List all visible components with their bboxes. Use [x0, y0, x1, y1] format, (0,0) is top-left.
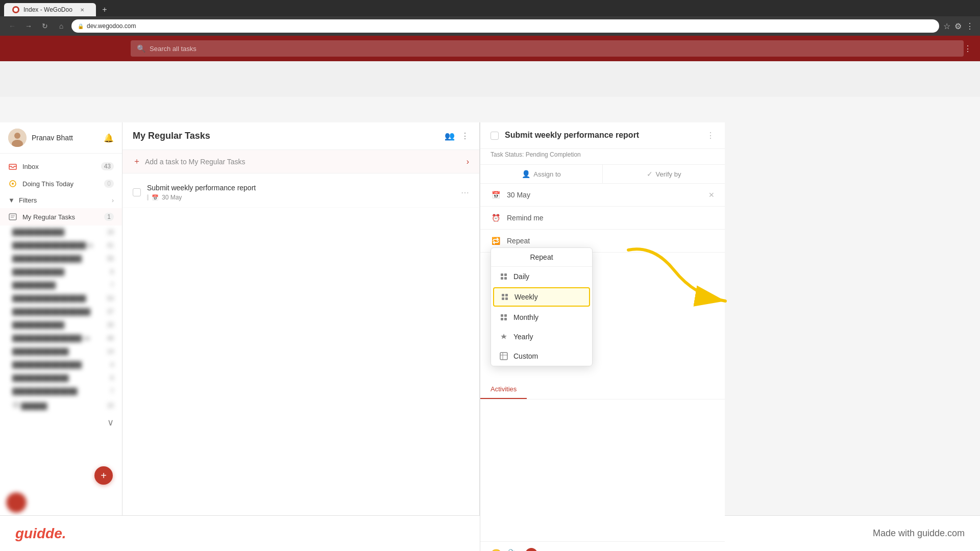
new-tab-button[interactable]: + [98, 3, 111, 16]
user-name: Pranav Bhatt [32, 134, 73, 142]
share-icon[interactable]: 👥 [445, 131, 455, 141]
sidebar-item-inbox[interactable]: Inbox 43 [0, 158, 122, 175]
sidebar-nav: Inbox 43 Doing This Today 0 ▼ Filters › … [0, 154, 122, 436]
doing-today-label: Doing This Today [22, 180, 99, 188]
svg-point-0 [14, 8, 18, 12]
repeat-option-monthly[interactable]: Monthly [491, 308, 592, 327]
calendar-icon: 📅 [152, 194, 159, 201]
svg-point-2 [14, 133, 20, 139]
task-title: Submit weekly performance report [147, 184, 461, 192]
sidebar-section-filters[interactable]: ▼ Filters › [0, 192, 122, 208]
task-meta: 📅 30 May [147, 194, 461, 201]
task-status-label: Task Status: Pending Completion [491, 151, 581, 158]
task-list: Submit weekly performance report 📅 30 Ma… [122, 173, 479, 551]
attachment-icon[interactable]: 📎 [508, 548, 519, 551]
sidebar: Pranav Bhatt 🔔 Inbox 43 Doing This Today… [0, 122, 122, 551]
browser-toolbar: ← → ↻ ⌂ 🔒 dev.wegodoo.com ☆ ⚙ ⋮ [0, 16, 980, 36]
search-bar[interactable]: 🔍 Search all tasks [131, 40, 964, 57]
svg-rect-7 [9, 214, 16, 220]
detail-header: Submit weekly performance report ⋮ [480, 122, 725, 149]
doing-today-icon [8, 179, 17, 188]
lock-icon: 🔒 [78, 23, 84, 29]
forward-button[interactable]: → [22, 20, 35, 32]
assign-icon: 👤 [522, 170, 530, 178]
svg-rect-14 [501, 277, 503, 280]
yearly-icon [499, 332, 508, 341]
date-field-label: 30 May [507, 191, 708, 199]
active-tab[interactable]: Index - WeGoDoo ✕ [4, 3, 96, 16]
my-regular-tasks-label: My Regular Tasks [22, 213, 99, 221]
task-more-icon[interactable]: ⋯ [461, 188, 469, 197]
repeat-option-daily[interactable]: Daily [491, 267, 592, 286]
list-item: █████████████ 14 [0, 345, 122, 358]
list-item: ██████████ 7 [0, 279, 122, 292]
filters-arrow-icon: › [112, 197, 114, 204]
repeat-option-custom[interactable]: Custom [491, 346, 592, 366]
address-bar[interactable]: 🔒 dev.wegodoo.com [71, 19, 939, 33]
svg-rect-18 [502, 297, 504, 300]
task-date: 30 May [162, 194, 182, 201]
guidde-logo: guidde. [15, 525, 66, 542]
repeat-popup-title: Repeat [491, 248, 592, 267]
bookmark-icon[interactable]: ☆ [943, 21, 950, 31]
detail-field-date[interactable]: 📅 30 May ✕ [480, 184, 725, 207]
avatar [8, 129, 27, 147]
home-button[interactable]: ⌂ [55, 20, 67, 32]
refresh-button[interactable]: ↻ [39, 20, 51, 32]
repeat-option-yearly[interactable]: Yearly [491, 327, 592, 346]
user-circle-icon[interactable] [525, 548, 537, 551]
settings-icon[interactable]: ⚙ [954, 21, 962, 31]
sidebar-item-my-regular-tasks[interactable]: My Regular Tasks 1 [0, 208, 122, 226]
remind-field-label: Remind me [507, 214, 715, 222]
notification-bell-icon[interactable]: 🔔 [104, 133, 114, 143]
add-task-placeholder: Add a task to My Regular Tasks [145, 158, 467, 166]
inbox-count: 43 [101, 162, 114, 170]
search-placeholder: Search all tasks [150, 45, 197, 53]
list-item: ████████████ 6 [0, 265, 122, 279]
date-close-icon[interactable]: ✕ [708, 191, 715, 199]
detail-field-remind[interactable]: ⏰ Remind me [480, 207, 725, 230]
more-icon[interactable]: ⋮ [461, 131, 469, 141]
task-checkbox[interactable] [133, 188, 141, 196]
menu-icon[interactable]: ⋮ [966, 21, 974, 31]
repeat-field-icon: 🔁 [491, 236, 501, 246]
svg-rect-15 [504, 277, 507, 280]
emoji-icon[interactable]: 😊 [491, 548, 502, 551]
svg-rect-21 [504, 314, 507, 317]
svg-rect-19 [505, 297, 508, 300]
fab-plus-icon: + [101, 470, 107, 482]
assign-to-button[interactable]: 👤 Assign to [480, 165, 603, 183]
tab-activities[interactable]: Activities [480, 380, 527, 399]
svg-rect-20 [501, 314, 503, 317]
repeat-field-label: Repeat [507, 237, 715, 245]
repeat-option-weekly[interactable]: Weekly [493, 287, 590, 307]
task-info: Submit weekly performance report 📅 30 Ma… [147, 184, 461, 201]
daily-icon [499, 272, 508, 281]
detail-checkbox[interactable] [491, 132, 499, 140]
list-item: █████████████ 6 [0, 371, 122, 385]
detail-more-icon[interactable]: ⋮ [706, 131, 715, 140]
task-panel-header: My Regular Tasks 👥 ⋮ [122, 122, 479, 150]
sidebar-expand-icon[interactable]: ∨ [107, 417, 114, 428]
svg-point-6 [12, 183, 14, 185]
task-divider [147, 194, 149, 201]
my-regular-tasks-count: 1 [104, 213, 114, 221]
tab-close-button[interactable]: ✕ [79, 6, 86, 13]
header-right: ⋮ [964, 44, 972, 54]
assign-to-label: Assign to [533, 170, 560, 178]
list-item: █████████████████ rs 41 [0, 239, 122, 252]
verify-by-button[interactable]: ✓ Verify by [603, 165, 725, 183]
header-menu-icon[interactable]: ⋮ [964, 44, 972, 54]
back-button[interactable]: ← [6, 20, 18, 32]
custom-icon [499, 352, 508, 361]
add-task-row[interactable]: ＋ Add a task to My Regular Tasks › [122, 150, 479, 173]
tab-favicon [12, 6, 19, 13]
inbox-label: Inbox [22, 163, 96, 170]
app-body: Pranav Bhatt 🔔 Inbox 43 Doing This Today… [0, 97, 980, 551]
list-item: ████████████ 16 [0, 226, 122, 239]
task-item[interactable]: Submit weekly performance report 📅 30 Ma… [122, 178, 479, 208]
inbox-icon [8, 162, 17, 171]
fab-add-button[interactable]: + [94, 466, 113, 485]
sidebar-item-doing-today[interactable]: Doing This Today 0 [0, 175, 122, 192]
detail-status: Task Status: Pending Completion [480, 149, 725, 165]
